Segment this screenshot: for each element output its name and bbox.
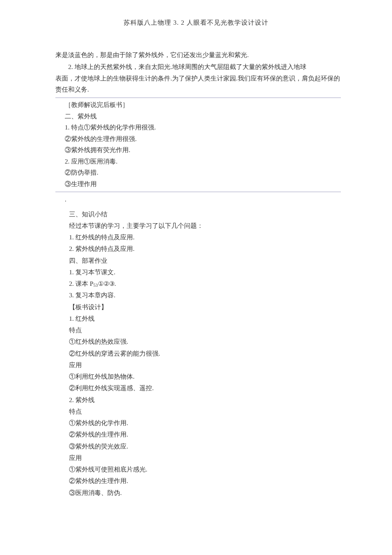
board-uv-feature-label: 特点 [69,406,341,417]
box-app-2: ②防伪举措. [65,167,337,178]
board-uv-app-1: ①紫外线可使照相底片感光. [69,464,341,475]
summary-section: 三、知识小结 经过本节课的学习，主要学习了以下几个问题： 1. 红外线的特点及应… [69,209,341,498]
board-ir-feature-1: ①红外线的热效应强. [69,336,341,347]
box-app-3: ③生理作用 [65,179,337,190]
summary-intro: 经过本节课的学习，主要学习了以下几个问题： [69,220,341,231]
box-feature-2: ②紫外线的生理作用很强. [65,134,337,145]
intro-line-1: 来是淡蓝色的，那是由于除了紫外线外，它们还发出少量蓝光和紫光. [55,49,341,60]
homework-1: 1. 复习本节课文. [69,267,341,278]
board-uv-title: 2. 紫外线 [69,394,341,405]
board-ir-title: 1. 红外线 [69,313,341,324]
board-ir-feature-2: ②红外线的穿透云雾的能力很强. [69,348,341,359]
board-ir-app-1: ①利用红外线加热物体. [69,371,341,382]
document-body: 来是淡蓝色的，那是由于除了紫外线外，它们还发出少量蓝光和紫光. 2. 地球上的天… [55,49,341,498]
box-feature-3: ③紫外线拥有荧光作用. [65,145,337,156]
board-ir-app-2: ②利用红外线实现遥感、遥控. [69,382,341,394]
page-header: 苏科版八上物理 3. 2 人眼看不见光教学设计设计 [51,17,341,28]
intro-line-2: 2. 地球上的天然紫外线，来自太阳光.地球周围的大气层阻截了大量的紫外线进入地球 [55,61,341,72]
summary-item-1: 1. 红外线的特点及应用. [69,232,341,243]
homework-title: 四、部署作业 [69,255,341,266]
homework-2: 2. 课本 P53①②③. [69,278,341,289]
board-uv-feature-1: ①紫外线的化学作用. [69,417,341,428]
box-app-1: 2. 应用①医用消毒. [65,156,337,167]
intro-line-3: 表面，才使地球上的生物获得生计的条件.为了保护人类生计家园.我们应有环保的意识，… [55,73,341,95]
board-ir-app-label: 应用 [69,359,341,371]
boxed-section: ［教师解说完后板书］ 二、紫外线 1. 特点①紫外线的化学作用很强. ②紫外线的… [55,98,341,192]
board-design-title: 【板书设计】 [69,302,341,313]
homework-2-b: ①②③. [98,280,116,287]
box-feature-1: 1. 特点①紫外线的化学作用很强. [65,122,337,133]
summary-item-2: 2. 紫外线的特点及应用. [69,243,341,254]
board-uv-feature-2: ②紫外线的生理作用. [69,429,341,440]
board-uv-app-2: ②紫外线的生理作用. [69,475,341,486]
board-uv-feature-3: ③紫外线的荧光效应. [69,441,341,452]
summary-title: 三、知识小结 [69,209,341,220]
board-uv-app-3: ③医用消毒、防伪. [69,487,341,498]
homework-2-a: 2. 课本 P [69,280,93,287]
homework-2-sub: 53 [93,283,98,288]
trailing-dot: . [65,194,341,205]
board-ir-feature-label: 特点 [69,325,341,336]
board-uv-app-label: 应用 [69,452,341,463]
box-title: 二、紫外线 [65,111,337,122]
box-teacher-note: ［教师解说完后板书］ [65,100,337,111]
homework-3: 3. 复习本章内容. [69,290,341,301]
